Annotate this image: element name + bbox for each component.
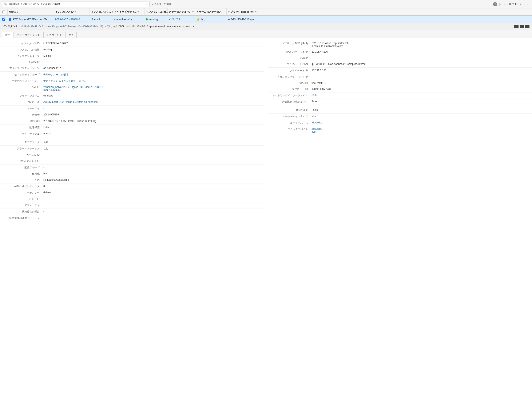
- row-status-check: ✔ 2/2 のチェ...: [168, 16, 195, 23]
- value-iam-role[interactable]: AWSSupport-EC2Rescue-EC2Role-ap-northeas…: [42, 99, 264, 105]
- label-iam-role: IAM ロール: [0, 99, 42, 105]
- value-ramdisk-id: -: [42, 158, 264, 164]
- value-security-group[interactable]: default、ルールの表示: [42, 72, 264, 78]
- row-instance-id[interactable]: i-023a9a37c481646b1: [54, 16, 90, 23]
- value-root-device[interactable]: /dev/sda1: [310, 120, 532, 125]
- select-all-checkbox[interactable]: [2, 11, 5, 13]
- value-scheduled-events[interactable]: 予定されているイベントはありません: [42, 78, 264, 84]
- value-vpc-id: vpc-7ceff618: [310, 80, 532, 86]
- value-placement-group: -: [42, 164, 264, 170]
- label-tenancy: テナンシー: [0, 190, 42, 196]
- detail-network-interface: ネットワークインターフェイス eth0: [268, 93, 532, 99]
- detail-virtualization: 仮想化 hvm: [0, 171, 264, 177]
- header-dns[interactable]: パブリック DNS (IPv4) ▼: [227, 8, 532, 15]
- header-name[interactable]: Name ▲: [8, 9, 54, 15]
- value-key-pair: -: [42, 106, 264, 111]
- value-private-ip: 172.31.0.185: [310, 68, 532, 73]
- value-instance-id: i-023a9a37c481646b1: [42, 40, 264, 46]
- detail-ramdisk-id: RAM ディスク ID -: [0, 158, 264, 164]
- filter-text: 起動時刻 : > 2017年10月27日 0:00:00 UTC+9: [9, 2, 145, 6]
- action-btn-1[interactable]: [514, 25, 519, 28]
- filter-clear-button[interactable]: ×: [146, 3, 148, 6]
- header-instance-state[interactable]: インスタンスの状... ▼: [145, 8, 168, 15]
- header-alarm[interactable]: アラームのステータス: [195, 8, 227, 15]
- detail-source-dest-check: 送信元/送信先チェック True: [268, 99, 532, 105]
- label-private-dns: プライベート DNS: [268, 61, 310, 67]
- detail-state-transition-reason: 状態遷移の理由 -: [0, 209, 264, 215]
- detail-right-column: パブリック DNS (IPv4) ec2-13-115-47-216.ap-no…: [268, 40, 532, 221]
- value-block-device[interactable]: /dev/sda1xvdf: [310, 126, 532, 135]
- label-launch-time: 起動時刻: [0, 118, 42, 124]
- sort-icon-dns: ▼: [255, 11, 257, 13]
- add-filter-button[interactable]: フィルターの追加: [151, 2, 171, 6]
- table-row[interactable]: AWSSupport-EC2Rescue: i0fa... i-023a9a37…: [0, 16, 532, 23]
- tab-tags[interactable]: タグ: [65, 32, 77, 38]
- value-public-dns: ec2-13-115-47-216.ap-northeast-1.compute…: [310, 40, 532, 49]
- value-lifecycle: normal: [42, 131, 264, 136]
- detail-monitoring: モニタリング 基本: [0, 139, 264, 145]
- label-az: アベイラビリティーゾーン: [0, 65, 42, 71]
- label-ami-launch-index: AMI 作成インデックス: [0, 183, 42, 189]
- label-instance-state: インスタンスの状態: [0, 47, 42, 53]
- label-lifecycle: ライフサイクル: [0, 131, 42, 137]
- value-virtualization: hvm: [42, 171, 264, 176]
- detail-vpc-id: VPC ID vpc-7ceff618: [268, 80, 532, 86]
- label-virtualization: 仮想化: [0, 171, 42, 177]
- header-checkbox[interactable]: [0, 9, 8, 15]
- value-private-dns: ip-172-31-0-185.ap-northeast-1.compute.i…: [310, 61, 532, 67]
- pagination-prev[interactable]: <: [503, 3, 506, 6]
- label-instance-id: インスタンス ID: [0, 40, 42, 47]
- instance-bar-actions: [514, 25, 529, 28]
- label-block-device: ブロックデバイス: [268, 126, 310, 132]
- action-btn-3[interactable]: [525, 25, 529, 28]
- action-btn-2[interactable]: [520, 25, 524, 28]
- header-az[interactable]: アベイラビリティ... ▼: [113, 8, 145, 15]
- header-status-check[interactable]: ステータスチェッ... ▼: [168, 8, 195, 15]
- instance-bar-dns-label: パブリック DNS:: [105, 25, 125, 28]
- detail-ami-id: AMI ID Windows_Server-2016-English-Full-…: [0, 84, 264, 93]
- detail-iam-role: IAM ロール AWSSupport-EC2Rescue-EC2Role-ap-…: [0, 99, 264, 106]
- label-vpc-id: VPC ID: [268, 80, 310, 86]
- help-icon[interactable]: ?: [493, 2, 497, 6]
- detail-secondary-private-ip: セカンダリプライベート IP: [268, 74, 532, 80]
- detail-reservation: 予約 r-042a480869a0e2eb5: [0, 177, 264, 183]
- tab-monitoring[interactable]: モニタリング: [43, 32, 65, 38]
- pagination-first[interactable]: |<: [499, 3, 502, 6]
- label-kernel-id: カーネル ID: [0, 152, 42, 158]
- detail-instance-id: インスタンス ID i-023a9a37c481646b1: [0, 40, 264, 47]
- label-alarm-status: アラームステータス: [0, 145, 42, 152]
- label-root-device: ルートデバイス: [268, 120, 310, 126]
- pagination-next[interactable]: >: [522, 3, 525, 6]
- row-checkbox[interactable]: [0, 16, 8, 22]
- label-host-id: ホスト ID: [0, 196, 42, 202]
- value-affinity: -: [42, 202, 264, 208]
- header-instance-id[interactable]: インスタンス ID ▼: [54, 8, 90, 15]
- label-security-group: セキュリティグループ: [0, 72, 42, 78]
- pagination-info: 2 個中 1 〜 2: [507, 2, 521, 6]
- value-platform: windows: [42, 93, 264, 98]
- tab-status-check[interactable]: ステータスチェック: [14, 32, 43, 38]
- value-network-interface[interactable]: eth0: [310, 93, 532, 98]
- label-ipv6: IPv6 IP: [268, 55, 310, 61]
- state-indicator: [146, 18, 148, 20]
- detail-root-device: ルートデバイス /dev/sda1: [268, 120, 532, 126]
- value-instance-state: running: [42, 47, 264, 52]
- label-subnet-id: サブネット ID: [268, 86, 310, 92]
- value-kernel-id: -: [42, 152, 264, 157]
- row-az: ap-northeast-1a: [113, 16, 145, 23]
- value-ami-id[interactable]: Windows_Server-2016-English-Full-Base-20…: [42, 84, 264, 93]
- check-icon: ✔: [169, 18, 171, 21]
- detail-security-group: セキュリティグループ default、ルールの表示: [0, 72, 264, 78]
- label-scheduled-events: 予定されているイベント: [0, 78, 42, 84]
- value-ebs-optimized: False: [310, 107, 532, 113]
- detail-tenancy: テナンシー default: [0, 190, 264, 196]
- row-select-checkbox[interactable]: [2, 18, 5, 21]
- detail-root-device-type: ルートデバイスタイプ ebs: [268, 114, 532, 120]
- row-color-indicator: [9, 18, 11, 21]
- detail-owner: 所有者 268149651994: [0, 112, 264, 118]
- pagination-last[interactable]: >|: [526, 3, 530, 6]
- tab-description[interactable]: 説明: [2, 32, 13, 38]
- value-alarm-status: なし: [42, 145, 264, 152]
- label-platform: プラットフォーム: [0, 93, 42, 99]
- header-instance-type[interactable]: インスタンスタ... ▼: [90, 8, 113, 15]
